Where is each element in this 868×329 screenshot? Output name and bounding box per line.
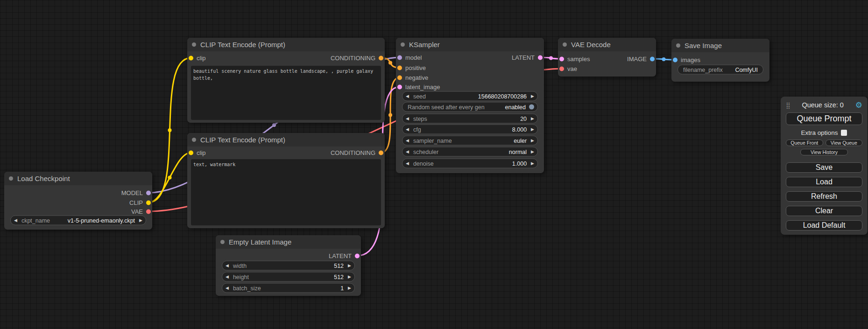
decrement-arrow-icon[interactable]: ◀ bbox=[14, 218, 17, 223]
conditioning-port-dot[interactable] bbox=[379, 56, 383, 60]
input-port-model[interactable]: model bbox=[397, 54, 422, 61]
toggle-knob[interactable] bbox=[529, 105, 534, 110]
port-label: IMAGE bbox=[627, 56, 647, 63]
decrement-arrow-icon[interactable]: ◀ bbox=[406, 161, 409, 166]
increment-arrow-icon[interactable]: ▶ bbox=[531, 161, 534, 166]
width-widget[interactable]: ◀ width 512 ▶ bbox=[222, 261, 355, 271]
input-port-vae[interactable]: vae bbox=[559, 65, 577, 72]
increment-arrow-icon[interactable]: ▶ bbox=[531, 117, 534, 121]
node-save-image[interactable]: Save Image images filename_prefix ComfyU… bbox=[671, 39, 769, 82]
increment-arrow-icon[interactable]: ▶ bbox=[348, 275, 351, 279]
queue-prompt-button[interactable]: Queue Prompt bbox=[786, 112, 862, 125]
latent-port-dot[interactable] bbox=[397, 84, 402, 89]
drag-handle-icon[interactable]: ⣿ bbox=[786, 102, 790, 109]
conditioning-port-dot[interactable] bbox=[379, 150, 383, 155]
queue-front-button[interactable]: Queue Front bbox=[786, 140, 823, 146]
decrement-arrow-icon[interactable]: ◀ bbox=[226, 264, 229, 268]
node-title-bar[interactable]: Save Image bbox=[671, 39, 769, 52]
output-port-conditioning[interactable]: CONDITIONING bbox=[331, 149, 383, 156]
node-load-checkpoint[interactable]: Load Checkpoint MODEL CLIP VAE ◀ ckpt_na… bbox=[4, 172, 152, 230]
input-port-images[interactable]: images bbox=[673, 56, 700, 63]
increment-arrow-icon[interactable]: ▶ bbox=[531, 94, 534, 98]
sampler-name-widget[interactable]: ◀ sampler_name euler ▶ bbox=[402, 136, 538, 146]
model-port-dot[interactable] bbox=[146, 190, 151, 195]
input-port-positive[interactable]: positive bbox=[397, 64, 426, 71]
decrement-arrow-icon[interactable]: ◀ bbox=[406, 117, 409, 121]
output-port-model[interactable]: MODEL bbox=[121, 189, 151, 196]
load-button[interactable]: Load bbox=[786, 177, 862, 187]
clip-port-dot[interactable] bbox=[146, 200, 151, 205]
scheduler-widget[interactable]: ◀ scheduler normal ▶ bbox=[402, 147, 538, 157]
input-port-latent-image[interactable]: latent_image bbox=[397, 84, 440, 91]
output-port-clip[interactable]: CLIP bbox=[129, 199, 151, 206]
latent-port-dot[interactable] bbox=[538, 55, 543, 60]
steps-widget[interactable]: ◀ steps 20 ▶ bbox=[402, 114, 538, 124]
view-queue-button[interactable]: View Queue bbox=[826, 140, 863, 146]
height-widget[interactable]: ◀ height 512 ▶ bbox=[222, 272, 355, 282]
input-port-clip[interactable]: clip bbox=[189, 55, 206, 62]
save-button[interactable]: Save bbox=[786, 162, 862, 173]
increment-arrow-icon[interactable]: ▶ bbox=[531, 139, 534, 143]
input-port-samples[interactable]: samples bbox=[559, 56, 590, 63]
node-empty-latent-image[interactable]: Empty Latent Image LATENT ◀ width 512 ▶ … bbox=[216, 235, 361, 296]
node-vae-decode[interactable]: VAE Decode samples vae IMAGE bbox=[558, 38, 656, 77]
load-default-button[interactable]: Load Default bbox=[786, 220, 862, 231]
node-title-bar[interactable]: Empty Latent Image bbox=[216, 235, 361, 249]
node-title-bar[interactable]: VAE Decode bbox=[558, 38, 656, 51]
node-graph-canvas[interactable]: Load Checkpoint MODEL CLIP VAE ◀ ckpt_na… bbox=[0, 0, 868, 329]
latent-port-dot[interactable] bbox=[559, 56, 564, 61]
denoise-widget[interactable]: ◀ denoise 1.000 ▶ bbox=[402, 159, 538, 168]
widget-value: euler bbox=[514, 137, 527, 144]
output-port-vae[interactable]: VAE bbox=[131, 208, 151, 215]
vae-port-dot[interactable] bbox=[559, 66, 564, 71]
cfg-widget[interactable]: ◀ cfg 8.000 ▶ bbox=[402, 125, 538, 134]
node-ksampler[interactable]: KSampler model positive negative latent_… bbox=[396, 38, 544, 173]
widget-value: 156680208700286 bbox=[478, 93, 527, 99]
node-title-bar[interactable]: KSampler bbox=[396, 38, 544, 51]
extra-options-checkbox[interactable] bbox=[841, 130, 847, 136]
ckpt-name-widget[interactable]: ◀ ckpt_name v1-5-pruned-emaonly.ckpt ▶ bbox=[10, 216, 146, 225]
decrement-arrow-icon[interactable]: ◀ bbox=[406, 139, 409, 143]
image-port-dot[interactable] bbox=[650, 56, 655, 61]
seed-widget[interactable]: ◀ seed 156680208700286 ▶ bbox=[402, 91, 538, 101]
output-port-image[interactable]: IMAGE bbox=[627, 56, 655, 63]
node-status-dot bbox=[192, 138, 196, 142]
node-title-bar[interactable]: Load Checkpoint bbox=[4, 172, 152, 185]
clip-port-dot[interactable] bbox=[189, 150, 193, 155]
node-clip-text-encode-negative[interactable]: CLIP Text Encode (Prompt) clip CONDITION… bbox=[187, 133, 385, 228]
increment-arrow-icon[interactable]: ▶ bbox=[139, 218, 142, 223]
filename-prefix-widget[interactable]: filename_prefix ComfyUI bbox=[677, 65, 763, 75]
input-port-negative[interactable]: negative bbox=[397, 74, 428, 81]
negative-prompt-textarea[interactable]: text, watermark bbox=[191, 159, 381, 225]
conditioning-port-dot[interactable] bbox=[397, 75, 402, 80]
decrement-arrow-icon[interactable]: ◀ bbox=[226, 286, 229, 290]
refresh-button[interactable]: Refresh bbox=[786, 191, 862, 202]
node-clip-text-encode-positive[interactable]: CLIP Text Encode (Prompt) clip CONDITION… bbox=[187, 38, 385, 123]
settings-gear-icon[interactable]: ⚙ bbox=[855, 100, 862, 110]
node-title-bar[interactable]: CLIP Text Encode (Prompt) bbox=[187, 133, 385, 147]
increment-arrow-icon[interactable]: ▶ bbox=[348, 264, 351, 268]
conditioning-port-dot[interactable] bbox=[397, 65, 402, 70]
clear-button[interactable]: Clear bbox=[786, 206, 862, 216]
increment-arrow-icon[interactable]: ▶ bbox=[531, 127, 534, 132]
vae-port-dot[interactable] bbox=[146, 209, 151, 214]
clip-port-dot[interactable] bbox=[189, 56, 193, 60]
latent-port-dot[interactable] bbox=[355, 253, 360, 258]
output-port-latent[interactable]: LATENT bbox=[329, 252, 360, 259]
batch-size-widget[interactable]: ◀ batch_size 1 ▶ bbox=[222, 283, 355, 293]
model-port-dot[interactable] bbox=[397, 55, 402, 60]
decrement-arrow-icon[interactable]: ◀ bbox=[406, 94, 409, 98]
output-port-conditioning[interactable]: CONDITIONING bbox=[331, 55, 383, 62]
decrement-arrow-icon[interactable]: ◀ bbox=[406, 127, 409, 132]
positive-prompt-textarea[interactable]: beautiful scenery nature glass bottle la… bbox=[191, 66, 381, 120]
image-port-dot[interactable] bbox=[673, 57, 677, 62]
random-seed-toggle-widget[interactable]: Random seed after every gen enabled bbox=[402, 102, 538, 112]
increment-arrow-icon[interactable]: ▶ bbox=[531, 150, 534, 154]
decrement-arrow-icon[interactable]: ◀ bbox=[406, 150, 409, 154]
view-history-button[interactable]: View History bbox=[800, 149, 848, 155]
output-port-latent[interactable]: LATENT bbox=[512, 54, 543, 61]
decrement-arrow-icon[interactable]: ◀ bbox=[226, 275, 229, 279]
increment-arrow-icon[interactable]: ▶ bbox=[348, 286, 351, 290]
node-title-bar[interactable]: CLIP Text Encode (Prompt) bbox=[187, 38, 385, 51]
input-port-clip[interactable]: clip bbox=[189, 149, 206, 156]
